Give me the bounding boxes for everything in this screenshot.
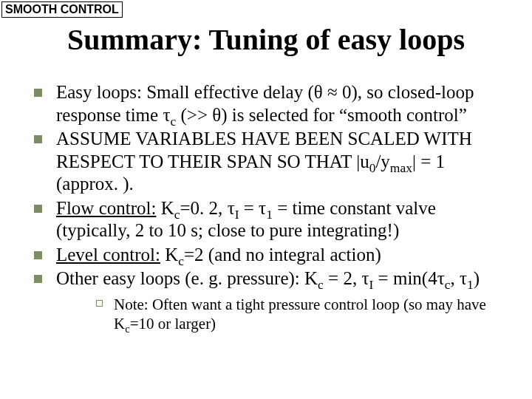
sub-bullet-item: Note: Often want a tight pressure contro… bbox=[93, 295, 510, 334]
greek-tau: τ bbox=[259, 198, 266, 218]
sub-bullet-list: Note: Often want a tight pressure contro… bbox=[56, 295, 510, 334]
subscript: c bbox=[174, 207, 180, 222]
bullet-text: ) is selected for “smooth control” bbox=[221, 105, 467, 125]
slide-title: Summary: Tuning of easy loops bbox=[0, 22, 532, 57]
bullet-lead: Level control: bbox=[56, 245, 160, 265]
bullet-item: Flow control: Kc=0. 2, τI = τ1 = time co… bbox=[30, 197, 510, 242]
bullet-text: /y bbox=[375, 151, 389, 171]
bullet-item: Level control: Kc=2 (and no integral act… bbox=[30, 244, 510, 267]
header-tag: SMOOTH CONTROL bbox=[1, 1, 123, 18]
sub-bullet-text: =10 or larger) bbox=[130, 315, 216, 332]
bullet-item: ASSUME VARIABLES HAVE BEEN SCALED WITH R… bbox=[30, 128, 510, 196]
bullet-list: Easy loops: Small effective delay (θ ≈ 0… bbox=[30, 81, 510, 333]
greek-theta: θ bbox=[314, 82, 323, 102]
subscript: c bbox=[445, 277, 451, 292]
approx-symbol: ≈ bbox=[323, 82, 342, 102]
slide: SMOOTH CONTROL Summary: Tuning of easy l… bbox=[0, 0, 532, 399]
bullet-lead: Flow control: bbox=[56, 198, 156, 218]
greek-tau: τ bbox=[228, 198, 235, 218]
greek-theta: θ bbox=[212, 105, 221, 125]
greek-tau: τ bbox=[437, 268, 445, 288]
bullet-item: Easy loops: Small effective delay (θ ≈ 0… bbox=[30, 81, 510, 126]
bullet-text: K bbox=[156, 198, 174, 218]
bullet-text: Other easy loops (e. g. pressure): K bbox=[56, 268, 318, 288]
bullet-text: =0. 2, bbox=[180, 198, 228, 218]
subscript: 1 bbox=[266, 207, 273, 222]
subscript: max bbox=[390, 160, 412, 175]
bullet-item: Other easy loops (e. g. pressure): Kc = … bbox=[30, 267, 510, 333]
bullet-text: = bbox=[239, 198, 259, 218]
subscript: c bbox=[178, 253, 184, 268]
bullet-text: = 2, bbox=[324, 268, 362, 288]
bullet-text: = min(4 bbox=[373, 268, 437, 288]
greek-tau: τ bbox=[361, 268, 369, 288]
subscript: c bbox=[318, 277, 324, 292]
bullet-text: =2 (and no integral action) bbox=[184, 245, 381, 265]
bullet-text: Easy loops: Small effective delay ( bbox=[56, 82, 314, 102]
greek-tau: τ bbox=[163, 105, 170, 125]
bullet-text: , bbox=[451, 268, 460, 288]
slide-body: Easy loops: Small effective delay (θ ≈ 0… bbox=[30, 81, 510, 335]
greek-tau: τ bbox=[460, 268, 467, 288]
bullet-text: ) bbox=[474, 268, 480, 288]
subscript: 1 bbox=[467, 277, 474, 292]
bullet-text: K bbox=[160, 245, 178, 265]
bullet-text: (>> bbox=[176, 105, 212, 125]
